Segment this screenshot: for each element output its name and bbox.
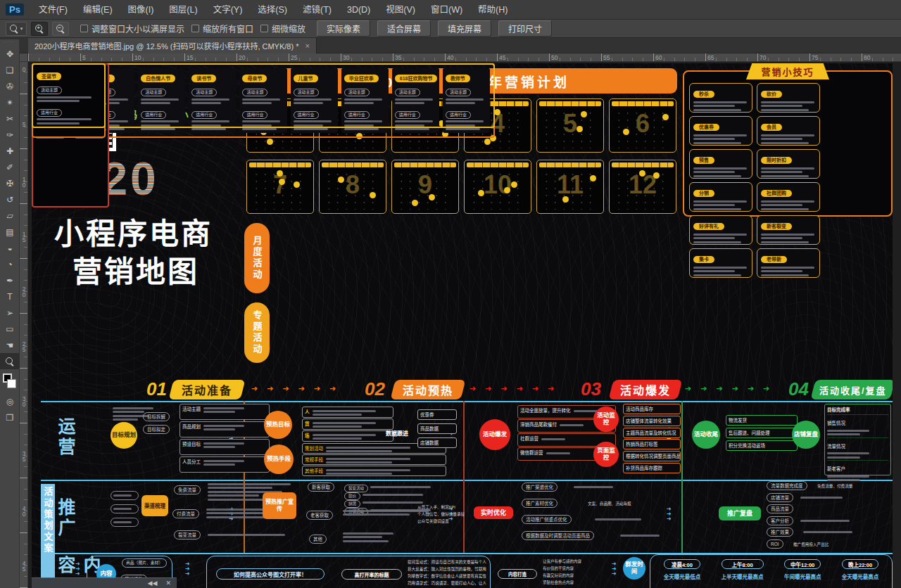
placeholder-line	[203, 411, 235, 413]
mindmap-box: 优惠券	[417, 409, 457, 420]
option-button[interactable]: 实际像素	[317, 20, 370, 37]
screen-mode-button[interactable]: ❐	[0, 409, 20, 426]
options-buttons: 实际像素适合屏幕填充屏幕打印尺寸	[310, 20, 552, 37]
mindmap-box: 主题商品流量及转化情况	[623, 428, 681, 438]
option-button[interactable]: 填充屏幕	[438, 20, 491, 37]
build-items-list: 让客户有参与感的内容有价值的干货内容有趣又好玩的内容紧贴社会热点内容	[543, 558, 610, 588]
tip-card: 好评有礼	[689, 215, 752, 245]
menu-item[interactable]: 图像(I)	[120, 5, 162, 15]
column-divider	[681, 401, 683, 553]
placeholder-line	[395, 98, 433, 101]
placeholder-line	[203, 464, 235, 466]
menu-item[interactable]: 选择(S)	[250, 5, 295, 15]
tip-label: 好评有礼	[693, 223, 724, 230]
placeholder-line	[693, 204, 735, 206]
shape-tool[interactable]: ▭	[0, 321, 20, 337]
eyedropper-tool[interactable]: ✑	[0, 127, 20, 143]
menu-item[interactable]: 视图(V)	[378, 5, 423, 15]
menu-item[interactable]: 帮助(H)	[470, 5, 515, 15]
highlight-date-dot	[338, 177, 344, 183]
tip-label: 限时折扣	[761, 157, 792, 164]
ruler-number: 65	[707, 54, 714, 61]
menu-item[interactable]: 文件(F)	[31, 5, 75, 15]
gradient-tool[interactable]: ▤	[0, 224, 20, 240]
menu-item[interactable]: 窗口(W)	[423, 5, 470, 15]
background-color-swatch[interactable]	[7, 379, 16, 388]
blur-tool[interactable]: ◒	[0, 240, 20, 256]
menu-item[interactable]: 编辑(E)	[75, 5, 120, 15]
placeholder-line	[242, 98, 280, 101]
close-icon[interactable]: ✕	[165, 578, 171, 588]
theme-label: 活动主题	[191, 89, 217, 96]
checkbox[interactable]	[80, 25, 88, 32]
current-tool-thumbnail[interactable]: ▾	[6, 22, 27, 36]
mindmap-pill: 裂变流量	[174, 530, 201, 539]
checkbox-label: 调整窗口大小以满屏显示	[92, 23, 184, 34]
clone-stamp-tool[interactable]: ✠	[0, 175, 20, 191]
marquee-tool[interactable]: ❏	[0, 62, 20, 78]
pen-tool[interactable]: ✒	[0, 272, 20, 288]
quick-mask-button[interactable]: ◎	[0, 393, 20, 409]
placeholder-line	[803, 531, 852, 533]
menu-item[interactable]: 3D(D)	[339, 5, 378, 15]
placeholder-line	[343, 532, 393, 535]
highlight-date-dot	[504, 187, 510, 193]
placeholder-line	[113, 407, 153, 409]
healing-brush-tool[interactable]: ✚	[0, 143, 20, 159]
highlight-date-dot	[412, 200, 418, 206]
tip-card: 集卡	[689, 248, 752, 278]
placeholder-line	[761, 109, 809, 111]
placeholder-line	[395, 102, 424, 104]
theme-label: 活动主题	[395, 89, 420, 96]
flow-arrows: ➜➜➜	[75, 561, 80, 576]
option-button[interactable]: 打印尺寸	[498, 20, 552, 37]
brush-tool[interactable]: ✐	[0, 159, 20, 175]
placeholder-line	[541, 438, 565, 440]
placeholder-line	[693, 171, 735, 173]
mindmap-pill: 推广素材优化	[522, 499, 557, 508]
type-tool[interactable]: T	[0, 288, 20, 305]
crop-tool[interactable]: ✂	[0, 110, 20, 127]
tip-line: 提问互动式：阅读与自己有关的文章是每个人的天分。	[408, 558, 486, 565]
ruler-number: 30	[343, 54, 349, 61]
eraser-tool[interactable]: ▱	[0, 207, 20, 224]
toolbar-grip[interactable]: ·····	[0, 39, 19, 46]
horizontal-ruler: 5101520253035404550556065707580	[28, 53, 901, 62]
send-time-slot: 上午8:00上半天曝光最高点	[722, 559, 764, 588]
industry-label: 适用行业	[37, 109, 62, 117]
mindmap-pill: 商品（图片、素材）	[122, 558, 167, 568]
history-brush-tool[interactable]: ↺	[0, 191, 20, 207]
menu-item[interactable]: 滤镜(T)	[295, 5, 339, 15]
checkbox[interactable]	[191, 25, 199, 32]
zoom-in-button[interactable]: +	[31, 22, 48, 36]
checkbox[interactable]	[260, 25, 268, 32]
mindmap-node: 目标规划	[111, 422, 137, 449]
hand-tool[interactable]: ☚	[0, 337, 20, 353]
color-swatches[interactable]	[0, 372, 20, 393]
activity-title: 618狂欢购物节	[395, 75, 438, 82]
collapse-icon[interactable]: ◀◀	[148, 578, 158, 588]
path-select-tool[interactable]: ➢	[0, 305, 20, 321]
zoom-tool[interactable]	[0, 353, 20, 369]
document-tab[interactable]: 2020小程序电商营销地图.jpg @ 12.5% (扫码可以获得小程序扶持, …	[28, 38, 317, 53]
option-button[interactable]: 适合屏幕	[377, 20, 431, 37]
document-canvas[interactable]: 扫码可以获得小程序扶持2020小程序电商营销地图2020营销日历&全年营销计划1…	[32, 63, 893, 588]
tab-close-icon[interactable]: ×	[305, 41, 309, 50]
special-activity-card: 教师节活动主题适用行业	[443, 68, 490, 123]
zoom-out-button[interactable]: −	[52, 22, 69, 36]
mindmap-node: 群发时间	[623, 557, 645, 580]
tip-label: 优惠券	[693, 124, 719, 131]
dodge-tool[interactable]: ◔	[0, 256, 20, 272]
magic-wand-tool[interactable]: ✴	[0, 94, 20, 110]
menu-item[interactable]: 图层(L)	[161, 5, 205, 15]
row-label-promotion: 推广	[53, 498, 78, 539]
placeholder-line	[191, 102, 221, 104]
time-caption: 上半天曝光最高点	[722, 573, 764, 580]
menu-item[interactable]: 文字(Y)	[206, 5, 251, 15]
move-tool[interactable]: ✥	[0, 46, 20, 62]
placeholder-line	[827, 475, 869, 478]
placeholder-line	[313, 426, 362, 428]
lasso-tool[interactable]: ✇	[0, 78, 20, 94]
send-time-slot: 凌晨4:00全天曝光最低点	[664, 559, 701, 588]
special-activity-card: 毕业狂欢季活动主题适用行业	[341, 68, 389, 123]
